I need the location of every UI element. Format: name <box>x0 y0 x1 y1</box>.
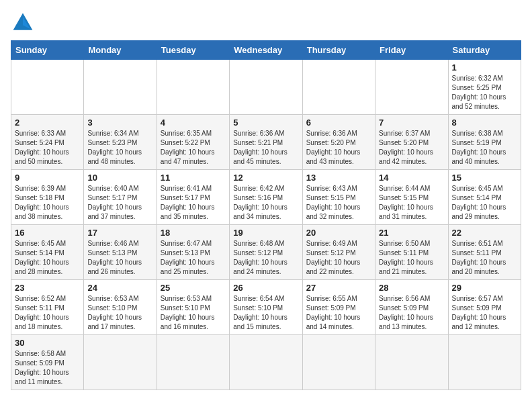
calendar-cell: 27Sunrise: 6:55 AM Sunset: 5:09 PM Dayli… <box>302 280 375 335</box>
day-number: 10 <box>87 173 152 183</box>
day-info: Sunrise: 6:55 AM Sunset: 5:09 PM Dayligh… <box>306 294 371 332</box>
day-number: 18 <box>161 228 226 238</box>
day-number: 15 <box>452 173 517 183</box>
day-header-saturday: Saturday <box>448 41 521 60</box>
calendar-cell: 9Sunrise: 6:39 AM Sunset: 5:18 PM Daylig… <box>11 170 84 225</box>
calendar-header-row: SundayMondayTuesdayWednesdayThursdayFrid… <box>11 41 521 60</box>
calendar-cell <box>302 60 375 115</box>
calendar-cell: 13Sunrise: 6:43 AM Sunset: 5:15 PM Dayli… <box>302 170 375 225</box>
calendar-cell <box>230 335 302 390</box>
calendar-cell: 11Sunrise: 6:41 AM Sunset: 5:17 PM Dayli… <box>157 170 229 225</box>
calendar-cell: 29Sunrise: 6:57 AM Sunset: 5:09 PM Dayli… <box>448 280 521 335</box>
day-info: Sunrise: 6:42 AM Sunset: 5:16 PM Dayligh… <box>233 184 298 222</box>
calendar-cell <box>230 60 302 115</box>
day-info: Sunrise: 6:37 AM Sunset: 5:20 PM Dayligh… <box>379 129 444 167</box>
day-number: 7 <box>379 118 444 128</box>
calendar-cell: 5Sunrise: 6:36 AM Sunset: 5:21 PM Daylig… <box>230 115 302 170</box>
day-info: Sunrise: 6:50 AM Sunset: 5:11 PM Dayligh… <box>379 239 444 277</box>
day-number: 25 <box>161 283 226 293</box>
day-header-thursday: Thursday <box>302 41 375 60</box>
day-info: Sunrise: 6:53 AM Sunset: 5:10 PM Dayligh… <box>87 294 152 332</box>
day-info: Sunrise: 6:34 AM Sunset: 5:23 PM Dayligh… <box>87 129 152 167</box>
calendar-table: SundayMondayTuesdayWednesdayThursdayFrid… <box>11 40 521 390</box>
day-header-sunday: Sunday <box>11 41 84 60</box>
day-number: 11 <box>161 173 226 183</box>
day-info: Sunrise: 6:58 AM Sunset: 5:09 PM Dayligh… <box>15 349 80 387</box>
calendar-cell <box>448 335 521 390</box>
calendar-cell: 20Sunrise: 6:49 AM Sunset: 5:12 PM Dayli… <box>302 225 375 280</box>
day-number: 26 <box>233 283 298 293</box>
day-header-monday: Monday <box>84 41 157 60</box>
calendar-cell: 18Sunrise: 6:47 AM Sunset: 5:13 PM Dayli… <box>157 225 229 280</box>
calendar-cell: 6Sunrise: 6:36 AM Sunset: 5:20 PM Daylig… <box>302 115 375 170</box>
day-number: 30 <box>15 338 80 348</box>
calendar-cell: 22Sunrise: 6:51 AM Sunset: 5:11 PM Dayli… <box>448 225 521 280</box>
day-number: 5 <box>233 118 298 128</box>
day-info: Sunrise: 6:35 AM Sunset: 5:22 PM Dayligh… <box>161 129 226 167</box>
calendar-cell: 19Sunrise: 6:48 AM Sunset: 5:12 PM Dayli… <box>230 225 302 280</box>
day-info: Sunrise: 6:36 AM Sunset: 5:21 PM Dayligh… <box>233 129 298 167</box>
calendar-cell <box>375 335 448 390</box>
calendar-cell: 1Sunrise: 6:32 AM Sunset: 5:25 PM Daylig… <box>448 60 521 115</box>
day-number: 8 <box>452 118 517 128</box>
calendar-cell: 4Sunrise: 6:35 AM Sunset: 5:22 PM Daylig… <box>157 115 229 170</box>
calendar-cell: 10Sunrise: 6:40 AM Sunset: 5:17 PM Dayli… <box>84 170 157 225</box>
day-info: Sunrise: 6:43 AM Sunset: 5:15 PM Dayligh… <box>306 184 371 222</box>
day-header-friday: Friday <box>375 41 448 60</box>
day-info: Sunrise: 6:38 AM Sunset: 5:19 PM Dayligh… <box>452 129 517 167</box>
day-info: Sunrise: 6:45 AM Sunset: 5:14 PM Dayligh… <box>452 184 517 222</box>
day-info: Sunrise: 6:54 AM Sunset: 5:10 PM Dayligh… <box>233 294 298 332</box>
calendar-cell: 15Sunrise: 6:45 AM Sunset: 5:14 PM Dayli… <box>448 170 521 225</box>
calendar-cell <box>157 335 229 390</box>
calendar-cell <box>375 60 448 115</box>
day-info: Sunrise: 6:40 AM Sunset: 5:17 PM Dayligh… <box>87 184 152 222</box>
day-number: 24 <box>87 283 152 293</box>
day-number: 6 <box>306 118 371 128</box>
day-number: 12 <box>233 173 298 183</box>
day-info: Sunrise: 6:32 AM Sunset: 5:25 PM Dayligh… <box>452 74 517 111</box>
day-info: Sunrise: 6:57 AM Sunset: 5:09 PM Dayligh… <box>452 294 517 332</box>
day-number: 19 <box>233 228 298 238</box>
calendar-cell: 28Sunrise: 6:56 AM Sunset: 5:09 PM Dayli… <box>375 280 448 335</box>
day-info: Sunrise: 6:41 AM Sunset: 5:17 PM Dayligh… <box>161 184 226 222</box>
day-number: 23 <box>15 283 80 293</box>
calendar-cell: 17Sunrise: 6:46 AM Sunset: 5:13 PM Dayli… <box>84 225 157 280</box>
calendar-week-row: 23Sunrise: 6:52 AM Sunset: 5:11 PM Dayli… <box>11 280 521 335</box>
day-info: Sunrise: 6:45 AM Sunset: 5:14 PM Dayligh… <box>15 239 80 277</box>
day-number: 20 <box>306 228 371 238</box>
calendar-cell: 23Sunrise: 6:52 AM Sunset: 5:11 PM Dayli… <box>11 280 84 335</box>
day-number: 21 <box>379 228 444 238</box>
day-number: 27 <box>306 283 371 293</box>
calendar-cell <box>84 60 157 115</box>
calendar-cell <box>84 335 157 390</box>
day-number: 4 <box>161 118 226 128</box>
day-number: 1 <box>452 62 517 73</box>
calendar-cell: 24Sunrise: 6:53 AM Sunset: 5:10 PM Dayli… <box>84 280 157 335</box>
calendar-cell <box>11 60 84 115</box>
day-number: 9 <box>15 173 80 183</box>
day-number: 2 <box>15 118 80 128</box>
day-info: Sunrise: 6:47 AM Sunset: 5:13 PM Dayligh… <box>161 239 226 277</box>
day-number: 17 <box>87 228 152 238</box>
day-info: Sunrise: 6:36 AM Sunset: 5:20 PM Dayligh… <box>306 129 371 167</box>
calendar-cell: 14Sunrise: 6:44 AM Sunset: 5:15 PM Dayli… <box>375 170 448 225</box>
page-header <box>11 11 521 35</box>
day-number: 14 <box>379 173 444 183</box>
calendar-week-row: 2Sunrise: 6:33 AM Sunset: 5:24 PM Daylig… <box>11 115 521 170</box>
logo-icon <box>11 11 35 35</box>
day-number: 3 <box>87 118 152 128</box>
day-number: 28 <box>379 283 444 293</box>
calendar-cell <box>157 60 229 115</box>
calendar-cell: 2Sunrise: 6:33 AM Sunset: 5:24 PM Daylig… <box>11 115 84 170</box>
day-header-wednesday: Wednesday <box>230 41 302 60</box>
calendar-cell <box>302 335 375 390</box>
calendar-week-row: 16Sunrise: 6:45 AM Sunset: 5:14 PM Dayli… <box>11 225 521 280</box>
calendar-cell: 25Sunrise: 6:53 AM Sunset: 5:10 PM Dayli… <box>157 280 229 335</box>
day-info: Sunrise: 6:46 AM Sunset: 5:13 PM Dayligh… <box>87 239 152 277</box>
calendar-cell: 12Sunrise: 6:42 AM Sunset: 5:16 PM Dayli… <box>230 170 302 225</box>
day-info: Sunrise: 6:51 AM Sunset: 5:11 PM Dayligh… <box>452 239 517 277</box>
day-info: Sunrise: 6:48 AM Sunset: 5:12 PM Dayligh… <box>233 239 298 277</box>
day-info: Sunrise: 6:56 AM Sunset: 5:09 PM Dayligh… <box>379 294 444 332</box>
calendar-cell: 30Sunrise: 6:58 AM Sunset: 5:09 PM Dayli… <box>11 335 84 390</box>
calendar-week-row: 30Sunrise: 6:58 AM Sunset: 5:09 PM Dayli… <box>11 335 521 390</box>
